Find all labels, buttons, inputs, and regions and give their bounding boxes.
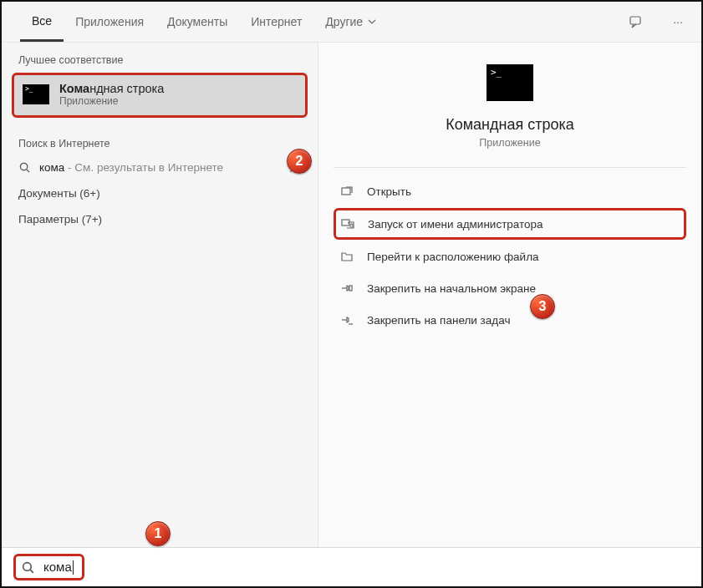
- parameters-group-label: Параметры (7+): [18, 213, 301, 226]
- svg-point-1: [20, 163, 27, 170]
- annotation-badge-2: 2: [287, 149, 312, 174]
- divider: [334, 167, 686, 168]
- best-match-title: Командная строка: [59, 82, 164, 95]
- best-match-title-bold: Кома: [59, 82, 89, 95]
- text-caret: [73, 560, 74, 575]
- tab-other-label: Другие: [325, 15, 363, 28]
- tab-internet[interactable]: Интернет: [239, 2, 313, 42]
- action-open-label: Открыть: [367, 185, 411, 198]
- search-icon: [18, 161, 31, 174]
- actions-list: Открыть Запуск от имени администратора П…: [334, 176, 686, 335]
- pin-start-icon: [339, 280, 355, 297]
- search-window: Все Приложения Документы Интернет Другие…: [0, 0, 703, 588]
- cmd-icon: [23, 84, 49, 104]
- documents-group-label: Документы (6+): [18, 187, 301, 200]
- tab-documents[interactable]: Документы: [155, 2, 239, 42]
- best-match-texts: Командная строка Приложение: [59, 82, 164, 107]
- documents-group[interactable]: Документы (6+): [2, 180, 318, 206]
- search-query: кома: [43, 560, 72, 574]
- results-pane: Лучшее соответствие Командная строка При…: [2, 43, 318, 547]
- folder-icon: [339, 248, 355, 265]
- preview-sub: Приложение: [334, 137, 686, 149]
- best-match-title-rest: ндная строка: [89, 82, 164, 95]
- admin-icon: [339, 215, 356, 232]
- internet-result-text: кома - См. результаты в Интернете: [39, 161, 279, 174]
- svg-line-2: [27, 170, 29, 172]
- action-run-admin[interactable]: Запуск от имени администратора: [334, 208, 686, 240]
- tabs-bar: Все Приложения Документы Интернет Другие…: [2, 2, 701, 42]
- action-pin-start-label: Закрепить на начальном экране: [367, 282, 536, 295]
- internet-result-item[interactable]: кома - См. результаты в Интернете: [2, 155, 318, 180]
- action-pin-taskbar-label: Закрепить на панели задач: [367, 314, 510, 327]
- action-pin-start[interactable]: Закрепить на начальном экране: [334, 273, 686, 303]
- chevron-down-icon: [368, 18, 376, 26]
- svg-line-10: [30, 570, 33, 573]
- action-goto-location[interactable]: Перейти к расположению файла: [334, 241, 686, 271]
- search-bar[interactable]: кома: [2, 548, 701, 586]
- internet-query: кома: [39, 161, 64, 174]
- action-goto-location-label: Перейти к расположению файла: [367, 251, 539, 263]
- search-icon: [21, 560, 35, 575]
- pin-taskbar-icon: [339, 312, 355, 328]
- preview-pane: Командная строка Приложение Открыть Запу…: [318, 43, 701, 547]
- internet-search-header: Поиск в Интернете: [2, 126, 318, 155]
- search-input-wrap[interactable]: кома: [13, 554, 84, 581]
- preview-title: Командная строка: [334, 116, 686, 134]
- svg-rect-0: [630, 17, 640, 24]
- action-run-admin-label: Запуск от имени администратора: [368, 218, 543, 231]
- feedback-icon[interactable]: [624, 10, 648, 33]
- svg-point-9: [23, 562, 32, 570]
- action-pin-taskbar[interactable]: Закрепить на панели задач: [334, 305, 686, 335]
- annotation-badge-1: 1: [145, 521, 171, 546]
- svg-rect-3: [342, 188, 350, 195]
- tab-apps[interactable]: Приложения: [64, 2, 155, 42]
- annotation-badge-3: 3: [530, 294, 555, 319]
- cmd-icon-large: [486, 64, 533, 101]
- tab-all[interactable]: Все: [20, 2, 64, 42]
- best-match-item[interactable]: Командная строка Приложение: [12, 73, 308, 118]
- best-match-header: Лучшее соответствие: [2, 43, 318, 71]
- tab-other[interactable]: Другие: [313, 2, 388, 42]
- internet-suffix: - См. результаты в Интернете: [64, 161, 223, 174]
- action-open[interactable]: Открыть: [334, 176, 686, 206]
- svg-rect-6: [349, 286, 352, 291]
- search-input[interactable]: кома: [43, 560, 74, 575]
- parameters-group[interactable]: Параметры (7+): [2, 206, 318, 232]
- content-split: Лучшее соответствие Командная строка При…: [2, 42, 701, 548]
- more-icon[interactable]: ···: [666, 10, 690, 33]
- best-match-sub: Приложение: [59, 95, 164, 107]
- open-icon: [339, 183, 355, 200]
